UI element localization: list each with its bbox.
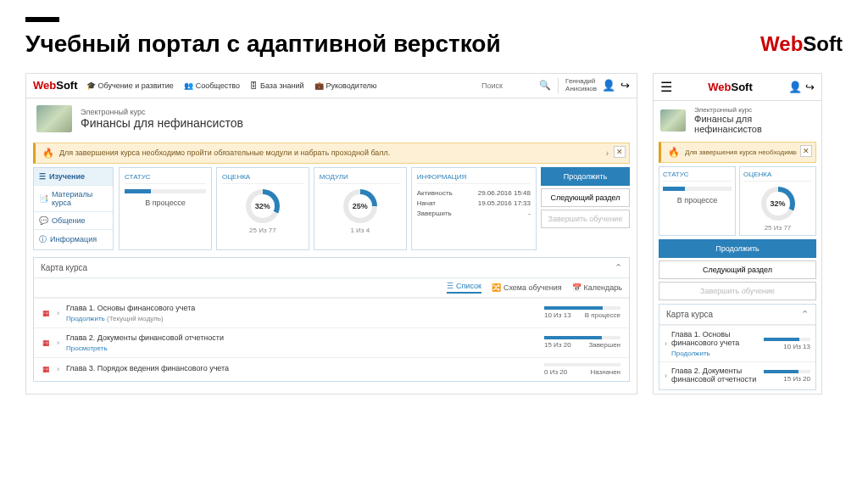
user-icon[interactable]: 👤 [602,79,615,92]
chat-icon: 💬 [39,216,48,225]
course-type: Электронный курс [694,106,815,114]
chevron-right-icon[interactable]: › [606,148,609,158]
sidebar-info[interactable]: ⓘИнформация [34,230,113,249]
course-thumbnail [36,105,72,132]
status-card: СТАТУС В процессе [659,166,736,236]
score-donut [246,189,280,223]
course-header: Электронный курс Финансы для нефинансист… [26,98,637,139]
collapse-icon[interactable]: ⌃ [801,309,809,320]
search-input[interactable] [481,81,532,90]
course-title: Финансы для нефинансистов [694,114,815,134]
files-icon: 📑 [39,194,48,203]
chevron-right-icon[interactable]: › [57,365,59,373]
logout-icon[interactable]: ↪ [620,79,630,92]
map-title: Карта курса [41,263,87,272]
nav-community[interactable]: 👥Сообщество [184,81,240,90]
chapter-row[interactable]: › Глава 2. Документы финансовой отчетнос… [659,361,815,389]
flame-icon: 🔥 [668,147,680,158]
calendar-icon: 📅 [572,283,581,292]
chevron-right-icon[interactable]: › [793,148,795,157]
tab-list[interactable]: ☰Список [447,282,481,294]
chapter-title: Глава 1. Основы финансового учета [66,304,537,312]
nav-kb[interactable]: 🗄База знаний [250,81,304,90]
logout-icon[interactable]: ↪ [805,81,815,93]
app-logo[interactable]: WebSoft [708,81,753,93]
chapter-row[interactable]: ▦ › Глава 1. Основы финансового учета Пр… [34,298,629,327]
grad-cap-icon: 🎓 [86,81,96,90]
chevron-right-icon[interactable]: › [57,309,59,317]
modules-card: МОДУЛИ 1 Из 4 [314,167,407,250]
sidebar-materials[interactable]: 📑Материалы курса [34,186,113,212]
sidebar-study[interactable]: ☰Изучение [34,168,113,186]
info-label: ИНФОРМАЦИЯ [417,173,531,184]
people-icon: 👥 [184,81,193,90]
modules-sub: 1 Из 4 [320,227,401,234]
app-logo[interactable]: WebSoft [33,79,78,92]
chapter-row[interactable]: ▦ › Глава 3. Порядок ведения финансового… [34,357,629,381]
search-icon[interactable]: 🔍 [539,80,551,91]
module-icon: ▦ [42,309,50,317]
list-icon: ☰ [447,282,453,290]
chapter-meta: 0 Из 20Назначен [544,363,620,376]
sidebar-discuss[interactable]: 💬Общение [34,212,113,230]
course-title: Финансы для нефинансистов [81,116,243,130]
course-thumbnail [660,109,686,132]
status-progress [663,187,732,191]
course-sidebar: ☰Изучение 📑Материалы курса 💬Общение ⓘИнф… [33,167,114,250]
chapter-meta: 15 Из 20 [764,370,810,383]
chapter-title: Глава 3. Порядок ведения финансового уче… [66,364,537,372]
chapter-link[interactable]: Продолжить [671,350,710,357]
diagram-icon: 🔀 [492,283,501,292]
briefcase-icon: 💼 [314,81,324,90]
score-card: ОЦЕНКА 25 Из 77 [216,167,309,250]
map-title: Карта курса [666,310,713,319]
tab-calendar[interactable]: 📅Календарь [572,282,622,294]
score-sub: 25 Из 77 [222,227,303,234]
action-buttons: Продолжить Следующий раздел Завершить об… [541,167,630,250]
modules-label: МОДУЛИ [320,173,401,184]
chapter-row[interactable]: › Глава 1. Основы финансового учета Прод… [659,325,815,361]
mobile-screenshot: ☰ WebSoft 👤 ↪ Электронный курс Финансы д… [653,73,822,395]
slide-title: Учебный портал с адаптивной версткой [25,31,501,58]
chapter-meta: 10 Из 13 [764,338,810,350]
collapse-icon[interactable]: ⌃ [615,262,622,273]
next-section-button[interactable]: Следующий раздел [541,188,630,207]
status-label: СТАТУС [125,173,206,184]
chapter-row[interactable]: ▦ › Глава 2. Документы финансовой отчетн… [34,327,629,357]
chapter-title: Глава 2. Документы финансовой отчетности [671,367,760,383]
score-card: ОЦЕНКА 25 Из 77 [739,166,816,236]
chapter-title: Глава 2. Документы финансовой отчетности [66,333,537,342]
user-name: ГеннадийАнисимов [565,78,597,93]
tab-scheme[interactable]: 🔀Схема обучения [492,282,562,294]
continue-button[interactable]: Продолжить [659,239,816,258]
chapter-link[interactable]: Продолжить (Текущий модуль) [66,315,164,322]
course-type: Электронный курс [81,108,243,116]
course-map: Карта курса ⌃ ☰Список 🔀Схема обучения 📅К… [33,257,630,382]
chevron-right-icon[interactable]: › [665,372,667,380]
close-icon[interactable]: ✕ [614,146,626,158]
hamburger-icon[interactable]: ☰ [660,79,672,95]
modules-donut [343,189,377,223]
websoft-logo: WebSoft [760,32,843,56]
next-section-button[interactable]: Следующий раздел [659,260,816,279]
close-icon[interactable]: ✕ [800,145,812,157]
chapter-link[interactable]: Просмотреть [66,344,108,352]
nav-learning[interactable]: 🎓Обучение и развитие [86,81,174,90]
flame-icon: 🔥 [42,148,54,159]
module-icon: ▦ [42,339,50,347]
decorative-dash [25,17,59,22]
nav-manager[interactable]: 💼Руководителю [314,81,377,90]
topbar: WebSoft 🎓Обучение и развитие 👥Сообщество… [26,74,637,98]
alert-text: Для завершения курса необходимо [685,148,797,156]
database-icon: 🗄 [250,81,258,90]
status-value: В процессе [125,199,206,207]
status-progress [125,189,206,193]
finish-button[interactable]: Завершить обучение [541,210,630,228]
chevron-right-icon[interactable]: › [57,339,59,347]
continue-button[interactable]: Продолжить [541,167,630,186]
chevron-right-icon[interactable]: › [665,339,667,348]
user-icon[interactable]: 👤 [788,81,802,93]
module-icon: ▦ [42,365,50,373]
finish-button[interactable]: Завершить обучение [659,282,816,300]
chapter-meta: 10 Из 13В процессе [544,306,620,319]
